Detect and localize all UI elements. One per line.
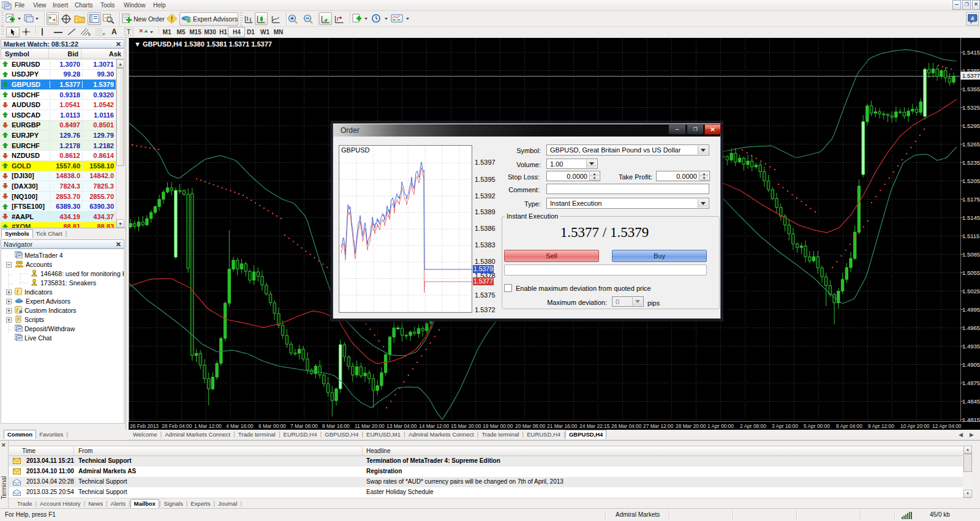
svg-text:1.5055: 1.5055 [962, 269, 980, 276]
svg-text:1.5115: 1.5115 [962, 233, 979, 239]
svg-text:1.5377: 1.5377 [962, 72, 980, 79]
svg-text:!: ! [171, 16, 173, 23]
svg-text:GBPUSD: GBPUSD [341, 146, 370, 154]
svg-text:▼ GBPUSD,H4 1.5380 1.5381 1.5: ▼ GBPUSD,H4 1.5380 1.5381 1.5371 1.5377 [134, 40, 272, 48]
svg-text:26 Mar 04:00: 26 Mar 04:00 [611, 423, 642, 429]
svg-text:1.5025: 1.5025 [962, 288, 980, 294]
svg-text:13 Mar 04:00: 13 Mar 04:00 [386, 423, 417, 429]
svg-text:1.5355: 1.5355 [962, 86, 980, 92]
svg-text:26 Feb 2013: 26 Feb 2013 [130, 423, 159, 429]
svg-text:1.5295: 1.5295 [962, 122, 980, 129]
svg-text:28 Mar 20:00: 28 Mar 20:00 [676, 423, 706, 429]
svg-text:14 Mar 12:00: 14 Mar 12:00 [419, 423, 450, 429]
svg-text:8 Mar 16:00: 8 Mar 16:00 [322, 423, 350, 429]
svg-text:8 Apr 04:00: 8 Apr 04:00 [836, 423, 862, 429]
svg-text:7 Mar 08:00: 7 Mar 08:00 [290, 423, 318, 429]
svg-text:F: F [103, 32, 105, 36]
svg-text:21 Mar 16:00: 21 Mar 16:00 [547, 423, 578, 429]
svg-text:2 Apr 08:00: 2 Apr 08:00 [740, 423, 766, 429]
svg-text:15 Mar 20:00: 15 Mar 20:00 [451, 423, 481, 429]
svg-text:6 Mar 00:00: 6 Mar 00:00 [258, 423, 286, 429]
svg-text:1.5415: 1.5415 [962, 49, 980, 56]
svg-text:9 Apr 12:00: 9 Apr 12:00 [868, 423, 894, 429]
svg-text:4 Mar 16:00: 4 Mar 16:00 [226, 423, 254, 429]
svg-text:1.5265: 1.5265 [962, 141, 980, 148]
svg-text:10 Apr 20:00: 10 Apr 20:00 [900, 423, 930, 429]
svg-text:28 Feb 04:00: 28 Feb 04:00 [162, 423, 192, 429]
svg-text:1.5175: 1.5175 [962, 196, 980, 203]
svg-text:1.5085: 1.5085 [962, 251, 980, 258]
svg-text:1.4815: 1.4815 [962, 416, 980, 423]
svg-text:1.5205: 1.5205 [962, 178, 980, 184]
svg-text:4: 4 [971, 15, 974, 21]
svg-text:24 Mar 22:15: 24 Mar 22:15 [579, 423, 610, 429]
svg-text:1 Apr 00:00: 1 Apr 00:00 [707, 423, 734, 429]
svg-text:1.5145: 1.5145 [962, 214, 980, 221]
svg-text:1.4845: 1.4845 [962, 398, 980, 405]
svg-text:1.4995: 1.4995 [962, 306, 980, 313]
svg-text:1.4875: 1.4875 [962, 380, 980, 386]
svg-text:1.5235: 1.5235 [962, 159, 980, 166]
svg-text:20 Mar 08:00: 20 Mar 08:00 [515, 423, 546, 429]
svg-text:1.4965: 1.4965 [962, 324, 980, 331]
svg-text:1.4905: 1.4905 [962, 361, 980, 368]
svg-text:19 Mar 00:00: 19 Mar 00:00 [483, 423, 513, 429]
svg-text:1.4935: 1.4935 [962, 343, 980, 350]
svg-text:3 Apr 16:00: 3 Apr 16:00 [772, 423, 798, 429]
svg-text:27 Mar 12:00: 27 Mar 12:00 [643, 423, 674, 429]
svg-text:T: T [127, 29, 130, 36]
svg-text:1.5325: 1.5325 [962, 104, 980, 111]
svg-text:5 Apr 00:00: 5 Apr 00:00 [804, 423, 830, 429]
svg-text:1 Mar 12:00: 1 Mar 12:00 [194, 423, 222, 429]
svg-text:11 Mar 20:00: 11 Mar 20:00 [355, 423, 385, 429]
svg-text:E: E [88, 32, 91, 36]
svg-text:12 Apr 04:00: 12 Apr 04:00 [932, 423, 962, 429]
